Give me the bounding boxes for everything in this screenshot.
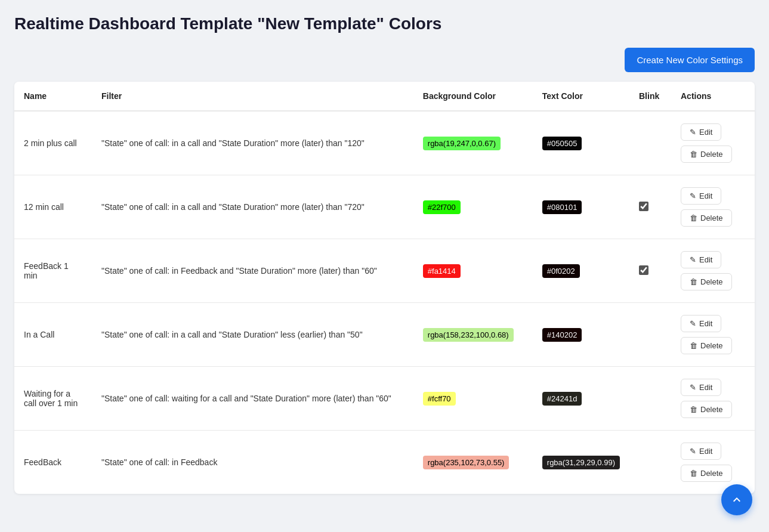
delete-label: Delete	[700, 277, 723, 286]
bg-color-badge: #22f700	[423, 200, 461, 214]
cell-actions: ✎ Edit🗑 Delete	[671, 367, 755, 431]
text-color-badge: #140202	[542, 328, 582, 342]
cell-bg-color: #fa1414	[413, 239, 533, 303]
cell-text-color: #080101	[533, 175, 629, 239]
trash-icon: 🗑	[690, 405, 697, 414]
col-header-blink: Blink	[629, 82, 671, 111]
cell-bg-color: #22f700	[413, 175, 533, 239]
edit-button[interactable]: ✎ Edit	[681, 315, 721, 332]
color-settings-table-container: Name Filter Background Color Text Color …	[14, 82, 755, 494]
cell-name: FeedBack 1 min	[14, 239, 92, 303]
cell-bg-color: rgba(19,247,0,0.67)	[413, 111, 533, 175]
trash-icon: 🗑	[690, 150, 697, 159]
table-body: 2 min plus call"State" one of call: in a…	[14, 111, 755, 494]
delete-button[interactable]: 🗑 Delete	[681, 465, 732, 482]
table-row: FeedBack 1 min"State" one of call: in Fe…	[14, 239, 755, 303]
delete-button[interactable]: 🗑 Delete	[681, 146, 732, 163]
create-new-color-settings-button[interactable]: Create New Color Settings	[625, 48, 755, 72]
col-header-actions: Actions	[671, 82, 755, 111]
delete-label: Delete	[700, 150, 723, 159]
table-row: 2 min plus call"State" one of call: in a…	[14, 111, 755, 175]
delete-button[interactable]: 🗑 Delete	[681, 401, 732, 418]
cell-bg-color: rgba(235,102,73,0.55)	[413, 431, 533, 494]
text-color-badge: #050505	[542, 137, 582, 150]
bg-color-badge: #fcff70	[423, 392, 456, 406]
cell-text-color: rgba(31,29,29,0.99)	[533, 431, 629, 494]
edit-icon: ✎	[690, 255, 696, 264]
cell-blink	[629, 367, 671, 431]
text-color-badge: rgba(31,29,29,0.99)	[542, 456, 620, 469]
edit-label: Edit	[699, 383, 712, 392]
blink-checkbox[interactable]	[639, 202, 648, 211]
delete-label: Delete	[700, 341, 723, 350]
delete-button[interactable]: 🗑 Delete	[681, 209, 732, 227]
col-header-text-color: Text Color	[533, 82, 629, 111]
edit-button[interactable]: ✎ Edit	[681, 379, 721, 396]
chevron-up-icon	[730, 493, 744, 507]
edit-label: Edit	[699, 319, 712, 328]
cell-blink	[629, 303, 671, 367]
trash-icon: 🗑	[690, 469, 697, 478]
cell-filter: "State" one of call: waiting for a call …	[92, 367, 413, 431]
edit-button[interactable]: ✎ Edit	[681, 251, 721, 268]
edit-icon: ✎	[690, 319, 696, 328]
blink-checkbox[interactable]	[639, 265, 648, 275]
col-header-bg-color: Background Color	[413, 82, 533, 111]
table-row: FeedBack"State" one of call: in Feedback…	[14, 431, 755, 494]
cell-bg-color: #fcff70	[413, 367, 533, 431]
cell-text-color: #140202	[533, 303, 629, 367]
cell-name: In a Call	[14, 303, 92, 367]
text-color-badge: #0f0202	[542, 264, 580, 278]
delete-label: Delete	[700, 214, 723, 222]
scroll-to-top-fab[interactable]	[721, 484, 752, 515]
cell-name: 2 min plus call	[14, 111, 92, 175]
edit-icon: ✎	[690, 447, 696, 456]
edit-icon: ✎	[690, 128, 696, 137]
page-title: Realtime Dashboard Template "New Templat…	[14, 14, 755, 33]
delete-button[interactable]: 🗑 Delete	[681, 273, 732, 290]
table-header-row: Name Filter Background Color Text Color …	[14, 82, 755, 111]
edit-icon: ✎	[690, 383, 696, 392]
cell-actions: ✎ Edit🗑 Delete	[671, 239, 755, 303]
cell-name: FeedBack	[14, 431, 92, 494]
cell-filter: "State" one of call: in a call and "Stat…	[92, 111, 413, 175]
cell-blink	[629, 431, 671, 494]
cell-blink	[629, 175, 671, 239]
cell-actions: ✎ Edit🗑 Delete	[671, 431, 755, 494]
edit-button[interactable]: ✎ Edit	[681, 443, 721, 460]
trash-icon: 🗑	[690, 214, 697, 222]
table-row: In a Call"State" one of call: in a call …	[14, 303, 755, 367]
text-color-badge: #24241d	[542, 392, 582, 406]
color-settings-table: Name Filter Background Color Text Color …	[14, 82, 755, 494]
edit-label: Edit	[699, 191, 712, 200]
cell-name: Waiting for a call over 1 min	[14, 367, 92, 431]
cell-actions: ✎ Edit🗑 Delete	[671, 111, 755, 175]
delete-button[interactable]: 🗑 Delete	[681, 337, 732, 354]
col-header-filter: Filter	[92, 82, 413, 111]
cell-text-color: #24241d	[533, 367, 629, 431]
cell-filter: "State" one of call: in a call and "Stat…	[92, 303, 413, 367]
cell-filter: "State" one of call: in Feedback	[92, 431, 413, 494]
bg-color-badge: rgba(19,247,0,0.67)	[423, 137, 501, 150]
bg-color-badge: rgba(235,102,73,0.55)	[423, 456, 509, 469]
table-row: Waiting for a call over 1 min"State" one…	[14, 367, 755, 431]
edit-label: Edit	[699, 255, 712, 264]
bg-color-badge: rgba(158,232,100,0.68)	[423, 328, 514, 342]
cell-blink	[629, 111, 671, 175]
trash-icon: 🗑	[690, 341, 697, 350]
cell-actions: ✎ Edit🗑 Delete	[671, 303, 755, 367]
col-header-name: Name	[14, 82, 92, 111]
edit-icon: ✎	[690, 191, 696, 200]
text-color-badge: #080101	[542, 200, 582, 214]
cell-filter: "State" one of call: in a call and "Stat…	[92, 175, 413, 239]
bg-color-badge: #fa1414	[423, 264, 461, 278]
cell-text-color: #050505	[533, 111, 629, 175]
edit-label: Edit	[699, 128, 712, 137]
cell-name: 12 min call	[14, 175, 92, 239]
delete-label: Delete	[700, 405, 723, 414]
trash-icon: 🗑	[690, 277, 697, 286]
edit-button[interactable]: ✎ Edit	[681, 187, 721, 205]
edit-button[interactable]: ✎ Edit	[681, 123, 721, 141]
table-row: 12 min call"State" one of call: in a cal…	[14, 175, 755, 239]
cell-text-color: #0f0202	[533, 239, 629, 303]
